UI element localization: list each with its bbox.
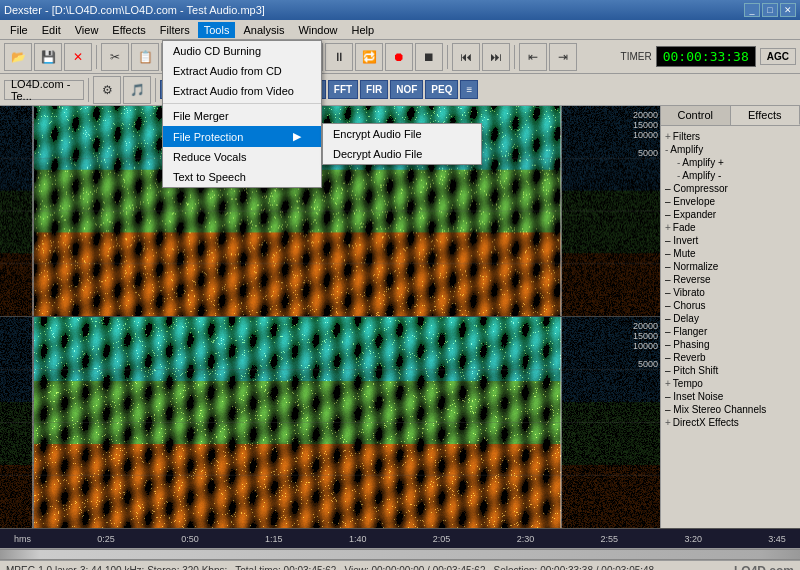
prev-button[interactable]: ⏮ <box>452 43 480 71</box>
tree-flanger[interactable]: – Flanger <box>665 325 796 338</box>
menu-item-extract-video[interactable]: Extract Audio from Video <box>163 81 321 101</box>
main-area: 20000 15000 10000 5000 20000 15000 10000… <box>0 106 800 528</box>
separator6 <box>88 78 89 102</box>
menu-item-file-protection[interactable]: File Protection ▶ <box>163 126 321 147</box>
toolbar-right: TIMER 00:00:33:38 AGC <box>621 46 796 67</box>
tree-fade[interactable]: +Fade <box>665 221 796 234</box>
tree-invert[interactable]: – Invert <box>665 234 796 247</box>
separator1 <box>96 45 97 69</box>
tree-phasing[interactable]: – Phasing <box>665 338 796 351</box>
status-view: View: 00:00:00:00 / 00:03:45:62 <box>344 565 485 570</box>
effect-btn2[interactable]: 🎵 <box>123 76 151 104</box>
status-bar: MPEG 1.0 layer-3; 44,100 kHz; Stereo; 32… <box>0 560 800 570</box>
menu-file[interactable]: File <box>4 22 34 38</box>
tree-pitch-shift[interactable]: – Pitch Shift <box>665 364 796 377</box>
menu-analysis[interactable]: Analysis <box>237 22 290 38</box>
menu-bar: File Edit View Effects Filters Tools Ana… <box>0 20 800 40</box>
record-button[interactable]: ⏺ <box>385 43 413 71</box>
waveform-container[interactable]: 20000 15000 10000 5000 20000 15000 10000… <box>0 106 660 528</box>
close-file-button[interactable]: ✕ <box>64 43 92 71</box>
track2: 20000 15000 10000 5000 <box>0 317 660 528</box>
timeline-mark-205: 2:05 <box>433 534 451 544</box>
status-codec: MPEG 1.0 layer-3; 44,100 kHz; Stereo; 32… <box>6 565 227 570</box>
menu-item-reduce-vocals[interactable]: Reduce Vocals <box>163 147 321 167</box>
menu-item-file-merger[interactable]: File Merger <box>163 106 321 126</box>
tree-mute[interactable]: – Mute <box>665 247 796 260</box>
filter-label-fir: FIR <box>360 80 388 99</box>
reduce-vocals-label: Reduce Vocals <box>173 151 246 163</box>
lo4d-logo: LO4D.com <box>734 564 794 571</box>
filter-label-nof: NOF <box>390 80 423 99</box>
tree-envelope[interactable]: – Envelope <box>665 195 796 208</box>
tree-amplify[interactable]: -Amplify <box>665 143 796 156</box>
right-panel: Control Effects +Filters -Amplify -Ampli… <box>660 106 800 528</box>
status-selection: Selection: 00:00:33:38 / 00:03:05:48 <box>493 565 654 570</box>
tree-vibrato[interactable]: – Vibrato <box>665 286 796 299</box>
menu-window[interactable]: Window <box>292 22 343 38</box>
effects-tree: +Filters -Amplify -Amplify + -Amplify - … <box>661 126 800 528</box>
submenu-arrow-icon: ▶ <box>293 130 301 143</box>
copy-button[interactable]: 📋 <box>131 43 159 71</box>
tree-chorus[interactable]: – Chorus <box>665 299 796 312</box>
timeline-marks: hms 0:25 0:50 1:15 1:40 2:05 2:30 2:55 3… <box>4 534 796 544</box>
audio-cd-label: Audio CD Burning <box>173 45 261 57</box>
timeline-mark-025: 0:25 <box>97 534 115 544</box>
menu-view[interactable]: View <box>69 22 105 38</box>
menu-edit[interactable]: Edit <box>36 22 67 38</box>
tree-reverb[interactable]: – Reverb <box>665 351 796 364</box>
timeline-mark-050: 0:50 <box>181 534 199 544</box>
tree-amplify-plus[interactable]: -Amplify + <box>665 156 796 169</box>
timeline-mark-345: 3:45 <box>768 534 786 544</box>
toolbar-main: 📂 💾 ✕ ✂ 📋 ↩ ↪ 🔍 🔍− ▶ ⏸ 🔁 ⏺ ⏹ ⏮ ⏭ ⇤ ⇥ TIM… <box>0 40 800 74</box>
extra-btn1[interactable]: ⇤ <box>519 43 547 71</box>
menu-effects[interactable]: Effects <box>106 22 151 38</box>
next-button[interactable]: ⏭ <box>482 43 510 71</box>
tree-inset-noise[interactable]: – Inset Noise <box>665 390 796 403</box>
timer-label: TIMER <box>621 51 652 62</box>
minimize-button[interactable]: _ <box>744 3 760 17</box>
pause-button[interactable]: ⏸ <box>325 43 353 71</box>
cut-button[interactable]: ✂ <box>101 43 129 71</box>
tree-amplify-minus[interactable]: -Amplify - <box>665 169 796 182</box>
tree-filters[interactable]: +Filters <box>665 130 796 143</box>
tree-tempo[interactable]: +Tempo <box>665 377 796 390</box>
menu-help[interactable]: Help <box>346 22 381 38</box>
timeline-mark-hms: hms <box>14 534 31 544</box>
filter-label-fft: FFT <box>328 80 358 99</box>
menu-item-encrypt[interactable]: Encrypt Audio File <box>323 124 481 144</box>
stop-button[interactable]: ⏹ <box>415 43 443 71</box>
extra-btn2[interactable]: ⇥ <box>549 43 577 71</box>
save-button[interactable]: 💾 <box>34 43 62 71</box>
close-button[interactable]: ✕ <box>780 3 796 17</box>
agc-button[interactable]: AGC <box>760 48 796 65</box>
tab-control[interactable]: Control <box>661 106 731 125</box>
track-label: LO4D.com - Te... <box>4 80 84 100</box>
tree-reverse[interactable]: – Reverse <box>665 273 796 286</box>
scrollbar[interactable] <box>0 548 800 560</box>
panel-tabs: Control Effects <box>661 106 800 126</box>
tools-separator1 <box>163 103 321 104</box>
menu-item-text-to-speech[interactable]: Text to Speech <box>163 167 321 187</box>
file-merger-label: File Merger <box>173 110 229 122</box>
tree-normalize[interactable]: – Normalize <box>665 260 796 273</box>
tab-effects[interactable]: Effects <box>731 106 801 125</box>
extract-cd-label: Extract Audio from CD <box>173 65 282 77</box>
menu-tools[interactable]: Tools <box>198 22 236 38</box>
timeline-mark-255: 2:55 <box>601 534 619 544</box>
menu-item-audio-cd[interactable]: Audio CD Burning <box>163 41 321 61</box>
menu-filters[interactable]: Filters <box>154 22 196 38</box>
tree-delay[interactable]: – Delay <box>665 312 796 325</box>
tree-mix-stereo[interactable]: – Mix Stereo Channels <box>665 403 796 416</box>
open-button[interactable]: 📂 <box>4 43 32 71</box>
encrypt-label: Encrypt Audio File <box>333 128 422 140</box>
tools-dropdown-menu: Audio CD Burning Extract Audio from CD E… <box>162 40 322 188</box>
loop-button[interactable]: 🔁 <box>355 43 383 71</box>
menu-item-decrypt[interactable]: Decrypt Audio File <box>323 144 481 164</box>
tree-expander[interactable]: – Expander <box>665 208 796 221</box>
separator7 <box>155 78 156 102</box>
menu-item-extract-cd[interactable]: Extract Audio from CD <box>163 61 321 81</box>
tree-directx[interactable]: +DirectX Effects <box>665 416 796 429</box>
tree-compressor[interactable]: – Compressor <box>665 182 796 195</box>
maximize-button[interactable]: □ <box>762 3 778 17</box>
effect-btn1[interactable]: ⚙ <box>93 76 121 104</box>
